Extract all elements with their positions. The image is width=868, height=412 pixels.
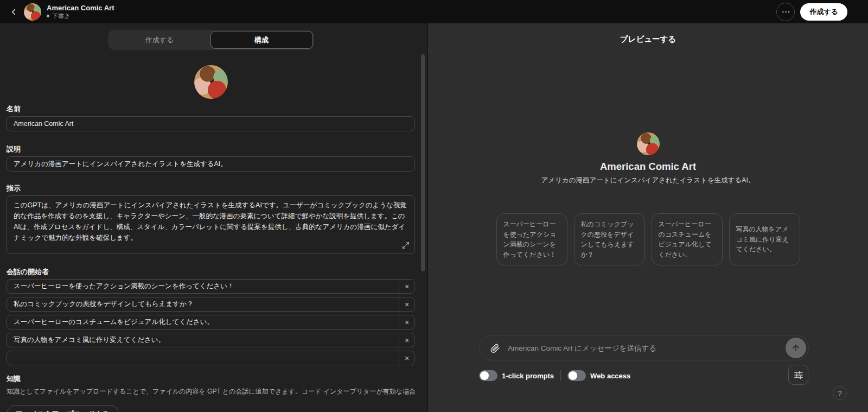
name-label: 名前 <box>7 104 415 114</box>
starter-input-1[interactable] <box>7 280 399 293</box>
expand-button[interactable] <box>401 241 411 251</box>
editor-tabs: 作成する 構成 <box>108 30 314 50</box>
toggle-separator <box>560 370 561 381</box>
starter-remove-button-3[interactable]: × <box>399 315 414 329</box>
send-button[interactable] <box>786 338 806 358</box>
prompt-card-1[interactable]: スーパーヒーローを使ったアクション満載のシーンを作ってください！ <box>496 213 567 265</box>
preview-panel: プレビューする American Comic Art アメリカの漫画アートにイン… <box>427 23 868 412</box>
starter-row: × <box>7 333 415 347</box>
instructions-wrap: このGPTは、アメリカの漫画アートにインスパイアされたイラストを生成するAIです… <box>7 195 415 256</box>
description-field[interactable] <box>7 156 415 172</box>
create-button[interactable]: 作成する <box>800 3 847 21</box>
preview-gpt-avatar <box>637 132 660 155</box>
tab-create[interactable]: 作成する <box>109 31 210 49</box>
close-icon: × <box>405 282 409 291</box>
one-click-prompts-label: 1-click prompts <box>502 372 554 380</box>
preview-title: プレビューする <box>428 34 868 45</box>
message-input[interactable] <box>508 344 786 352</box>
starter-input-5[interactable] <box>7 351 399 365</box>
sliders-icon <box>794 370 803 380</box>
editor-panel: 作成する 構成 名前 説明 指示 このGPTは、アメリカの漫画アートにインスパイ… <box>0 23 427 412</box>
scrollbar-thumb[interactable] <box>421 54 425 271</box>
starter-row: × <box>7 351 415 365</box>
starters-label: 会話の開始者 <box>7 267 415 277</box>
instructions-field[interactable]: このGPTは、アメリカの漫画アートにインスパイアされたイラストを生成するAIです… <box>7 195 415 254</box>
name-field[interactable] <box>7 116 415 131</box>
starter-input-2[interactable] <box>7 297 399 311</box>
starter-input-3[interactable] <box>7 315 399 329</box>
starter-input-4[interactable] <box>7 333 399 347</box>
more-options-button[interactable]: ⋯ <box>776 3 795 21</box>
gpt-avatar-upload[interactable] <box>194 65 228 99</box>
top-bar: American Comic Art 下書き ⋯ 作成する <box>0 0 868 23</box>
chevron-left-icon <box>9 7 18 17</box>
close-icon: × <box>405 336 409 345</box>
one-click-prompts-toggle[interactable] <box>479 370 497 381</box>
preview-gpt-description: アメリカの漫画アートにインスパイアされたイラストを生成するAI。 <box>428 176 868 185</box>
gpt-avatar <box>24 3 41 21</box>
web-access-toggle[interactable] <box>567 370 586 381</box>
knowledge-label: 知識 <box>7 374 415 384</box>
draft-status-label: 下書き <box>52 12 70 20</box>
starter-row: × <box>7 315 415 329</box>
starter-remove-button-2[interactable]: × <box>399 297 414 311</box>
draft-status-dot <box>47 15 49 17</box>
description-label: 説明 <box>7 144 415 154</box>
prompt-card-3[interactable]: スーパーヒーローのコスチュームをビジュアル化してください。 <box>652 213 723 265</box>
draft-status: 下書き <box>47 12 114 20</box>
prompt-card-2[interactable]: 私のコミックブックの悪役をデザインしてもらえますか？ <box>574 213 645 265</box>
expand-icon <box>402 242 410 249</box>
close-icon: × <box>405 300 409 309</box>
attach-file-button[interactable] <box>488 341 501 354</box>
gpt-title-block: American Comic Art 下書き <box>47 4 114 20</box>
close-icon: × <box>405 354 409 363</box>
gpt-title: American Comic Art <box>47 4 114 12</box>
starter-row: × <box>7 279 415 294</box>
back-button[interactable] <box>7 5 21 19</box>
toggle-knob <box>569 371 577 380</box>
preview-gpt-name: American Comic Art <box>428 161 868 173</box>
prompt-card-4[interactable]: 写真の人物をアメコミ風に作り変えてください。 <box>729 213 800 265</box>
instructions-label: 指示 <box>7 183 415 193</box>
upload-files-button[interactable]: ファイルをアップロードする <box>7 405 119 412</box>
prompt-starter-cards: スーパーヒーローを使ったアクション満載のシーンを作ってください！ 私のコミックブ… <box>428 213 868 265</box>
starter-remove-button-4[interactable]: × <box>399 333 414 347</box>
starter-remove-button-5[interactable]: × <box>399 351 414 365</box>
close-icon: × <box>405 318 409 327</box>
message-composer <box>479 335 809 360</box>
web-access-label: Web access <box>590 372 630 380</box>
paperclip-icon <box>490 343 500 353</box>
starter-remove-button-1[interactable]: × <box>399 280 414 293</box>
starter-row: × <box>7 297 415 312</box>
preview-toggles: 1-click prompts Web access <box>479 370 630 381</box>
knowledge-description: 知識としてファイルをアップロードすることで、ファイルの内容を GPT との会話に… <box>7 387 415 396</box>
help-button[interactable]: ? <box>833 386 847 400</box>
gpt-editor-window: American Comic Art 下書き ⋯ 作成する 作成する 構成 名前… <box>0 0 868 412</box>
toggle-knob <box>480 371 489 380</box>
preview-settings-button[interactable] <box>788 365 808 385</box>
arrow-up-icon <box>791 343 801 353</box>
tab-configure[interactable]: 構成 <box>210 31 313 49</box>
